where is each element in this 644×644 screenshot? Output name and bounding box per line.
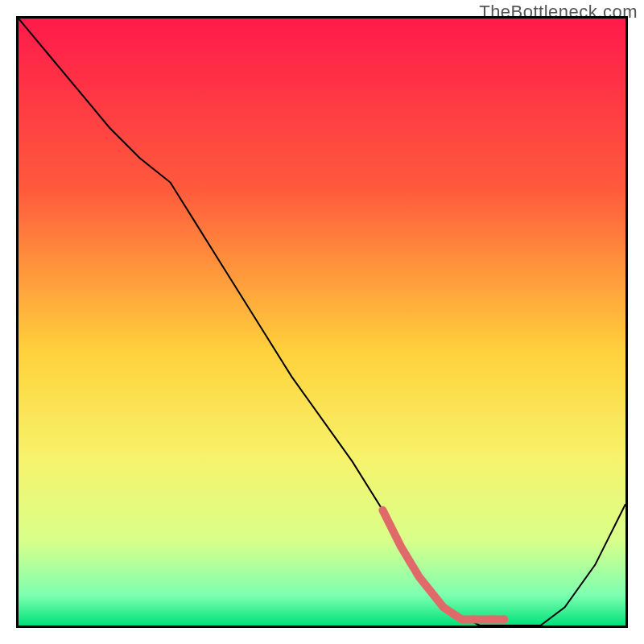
- highlight-dot: [488, 615, 496, 623]
- plot-area: [16, 16, 628, 628]
- highlight-dot: [500, 615, 508, 623]
- gradient-background: [19, 19, 625, 625]
- chart-svg: [19, 19, 625, 625]
- chart-frame: TheBottleneck.com: [0, 0, 644, 644]
- highlight-dot: [470, 615, 478, 623]
